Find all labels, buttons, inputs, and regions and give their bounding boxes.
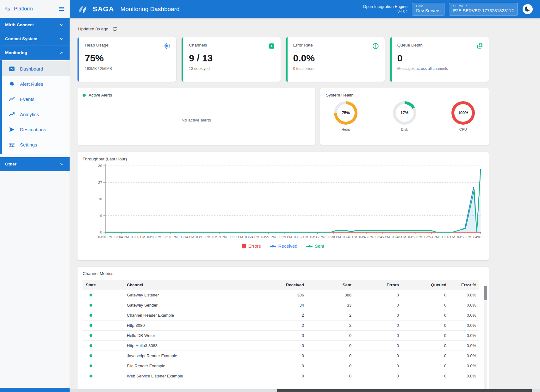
sidebar-item-analytics[interactable]: Analytics bbox=[2, 107, 70, 122]
sidebar-item-dashboard[interactable]: Dashboard bbox=[2, 61, 70, 76]
svg-text:03:11 PM: 03:11 PM bbox=[164, 235, 178, 239]
engine-version: V4.5.2 bbox=[363, 9, 407, 14]
table-row[interactable]: Channel Reader Example22000.0% bbox=[83, 310, 479, 320]
sidebar-item-label: Settings bbox=[20, 142, 37, 147]
server-badge[interactable]: SERVER E2E SERVER 1773281823112 bbox=[449, 3, 518, 16]
stat-card-heap-usage: Heap Usage75%193MB / 256MB bbox=[78, 37, 176, 82]
svg-text:03:21 PM: 03:21 PM bbox=[229, 235, 243, 239]
table-row[interactable]: Http 308022000.0% bbox=[83, 320, 479, 331]
stat-card-subtitle: 13 deployed bbox=[189, 66, 275, 71]
error-pct-cell: 0.0% bbox=[450, 341, 479, 351]
sidebar-section-label: Mirth Connect bbox=[5, 22, 34, 27]
monitoring-submenu: DashboardAlert RulesEventsAnalyticsDesti… bbox=[0, 60, 70, 154]
channel-state-dot bbox=[90, 354, 92, 357]
legend-marker bbox=[270, 245, 276, 247]
legend-label: Received bbox=[278, 244, 297, 249]
sidebar-section-monitoring[interactable]: Monitoring bbox=[0, 46, 70, 60]
gauge-label: CPU bbox=[459, 128, 467, 131]
engine-name: Open Integration Engine bbox=[363, 4, 407, 9]
svg-text:03:14 PM: 03:14 PM bbox=[180, 235, 194, 239]
channel-state-dot bbox=[90, 314, 92, 317]
env-badge[interactable]: ENV Dev Servers bbox=[412, 3, 444, 16]
errors-cell: 0 bbox=[355, 320, 402, 331]
undo-icon[interactable] bbox=[4, 6, 11, 12]
sidebar-section-contact-system[interactable]: Contact System bbox=[0, 32, 70, 46]
channel-name: Javascript Reader Example bbox=[124, 351, 257, 361]
sidebar-platform-header: Platform bbox=[0, 0, 70, 18]
table-row[interactable]: Javascript Reader Example00000.0% bbox=[83, 351, 479, 361]
svg-text:03:38 PM: 03:38 PM bbox=[326, 235, 341, 239]
chevron-up-icon bbox=[59, 50, 65, 56]
received-cell: 386 bbox=[257, 290, 307, 300]
alert-circle-icon bbox=[372, 43, 379, 49]
legend-item-received[interactable]: Received bbox=[270, 244, 297, 249]
table-row[interactable]: File Reader Example00000.0% bbox=[83, 361, 479, 371]
column-header-error-: Error % bbox=[450, 280, 479, 290]
gauge-value: 75% bbox=[337, 104, 355, 122]
chevron-down-icon bbox=[59, 161, 65, 167]
legend-item-sent[interactable]: Sent bbox=[306, 244, 324, 249]
legend-item-errors[interactable]: Errors bbox=[242, 244, 261, 249]
table-row[interactable]: Web Service Listener Example00000.0% bbox=[83, 371, 479, 381]
table-row[interactable]: Gateway Listener386386000.0% bbox=[83, 290, 479, 300]
error-pct-cell: 0.0% bbox=[450, 331, 479, 341]
cpu-chip-icon bbox=[164, 43, 171, 49]
horizontal-scrollbar[interactable] bbox=[70, 389, 540, 392]
app-name: SAGA bbox=[93, 5, 114, 13]
received-cell: 34 bbox=[257, 300, 307, 310]
table-scrollbar-thumb[interactable] bbox=[484, 286, 487, 300]
stat-card-channels: Channels9 / 1313 deployed bbox=[182, 37, 280, 82]
table-row[interactable]: Hello DB Writer00000.0% bbox=[83, 331, 479, 341]
sent-cell: 33 bbox=[307, 300, 355, 310]
dark-mode-toggle[interactable] bbox=[522, 4, 533, 15]
stat-card-value: 9 / 13 bbox=[189, 53, 275, 64]
refresh-icon[interactable] bbox=[112, 26, 117, 32]
throughput-chart-card: Throughput (Last Hour) 0918273603:01 PM0… bbox=[78, 152, 489, 260]
sliders-icon bbox=[8, 141, 15, 148]
table-row[interactable]: Http Hello3 308300000.0% bbox=[83, 341, 479, 351]
sidebar-section-other[interactable]: Other bbox=[0, 157, 70, 171]
svg-text:03:43 PM: 03:43 PM bbox=[359, 235, 373, 239]
channel-metrics-table: StateChannelReceivedSentErrorsQueuedErro… bbox=[83, 280, 479, 381]
chart-title: Throughput (Last Hour) bbox=[83, 157, 484, 161]
sent-cell: 2 bbox=[307, 310, 355, 320]
hamburger-menu-icon[interactable] bbox=[58, 5, 65, 12]
sidebar-item-settings[interactable]: Settings bbox=[2, 137, 70, 152]
received-cell: 2 bbox=[257, 320, 307, 331]
column-header-queued: Queued bbox=[402, 280, 450, 290]
queued-cell: 0 bbox=[402, 310, 450, 320]
channel-state-dot bbox=[90, 324, 92, 327]
analytics-icon bbox=[8, 111, 15, 118]
received-cell: 0 bbox=[257, 371, 307, 381]
sidebar-item-events[interactable]: Events bbox=[2, 91, 70, 107]
env-badge-value: Dev Servers bbox=[416, 8, 440, 14]
table-vertical-scrollbar[interactable] bbox=[484, 286, 487, 392]
error-pct-cell: 0.0% bbox=[450, 371, 479, 381]
sidebar-item-destinations[interactable]: Destinations bbox=[2, 122, 70, 137]
sidebar-nav: Mirth ConnectContact SystemMonitoringDas… bbox=[0, 18, 70, 171]
stat-card-error-rate: Error Rate0.0%0 total errors bbox=[286, 37, 385, 82]
svg-text:03:53 PM: 03:53 PM bbox=[425, 235, 439, 239]
stat-card-value: 0.0% bbox=[293, 53, 379, 64]
alerts-status-dot bbox=[83, 94, 86, 97]
sidebar-item-alert-rules[interactable]: Alert Rules bbox=[2, 76, 70, 91]
sidebar: Platform Mirth ConnectContact SystemMoni… bbox=[0, 0, 70, 392]
legend-marker bbox=[242, 244, 246, 248]
table-row[interactable]: Gateway Sender3433000.0% bbox=[83, 300, 479, 310]
channel-name: Channel Reader Example bbox=[124, 310, 257, 320]
error-pct-cell: 0.0% bbox=[450, 300, 479, 310]
gauge-label: Heap bbox=[341, 128, 350, 131]
errors-cell: 0 bbox=[355, 341, 402, 351]
sidebar-section-mirth-connect[interactable]: Mirth Connect bbox=[0, 18, 70, 32]
svg-text:03:48 PM: 03:48 PM bbox=[392, 235, 406, 239]
gauge-heap: 75%Heap bbox=[334, 101, 357, 131]
svg-text:04:01 PM: 04:01 PM bbox=[473, 235, 484, 239]
sidebar-item-label: Destinations bbox=[20, 127, 46, 132]
gauge-disk: 17%Disk bbox=[393, 101, 416, 131]
sent-cell: 0 bbox=[307, 371, 355, 381]
horizontal-scrollbar-thumb[interactable] bbox=[277, 389, 532, 392]
activity-icon bbox=[268, 43, 275, 49]
svg-text:03:06 PM: 03:06 PM bbox=[131, 235, 145, 239]
channel-name: Hello DB Writer bbox=[124, 331, 257, 341]
send-icon bbox=[8, 126, 15, 133]
